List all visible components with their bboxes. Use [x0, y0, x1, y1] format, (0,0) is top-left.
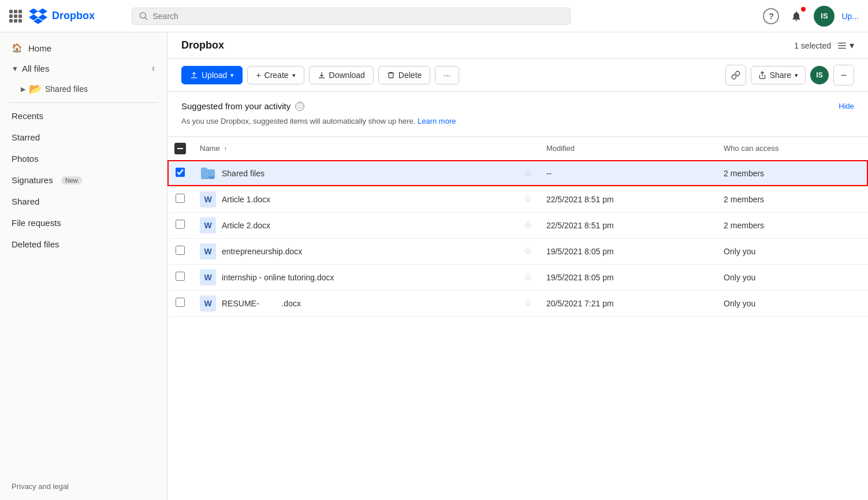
learn-more-link[interactable]: Learn more	[418, 117, 456, 125]
sidebar-item-deleted-files[interactable]: Deleted files	[0, 234, 167, 255]
name-header-label: Name	[200, 144, 220, 153]
info-icon[interactable]: ⓘ	[295, 102, 304, 111]
row-checkbox[interactable]	[176, 220, 185, 229]
search-bar[interactable]	[132, 8, 571, 25]
svg-line-1	[145, 17, 147, 19]
table-row[interactable]: W Article 1.docx ☆ 22/5/2021 8:51 pm 2 m…	[167, 186, 868, 212]
docx-file-icon: W	[200, 217, 216, 234]
toolbar-right: Share ▾ IS −	[725, 65, 854, 86]
hide-button[interactable]: Hide	[839, 102, 854, 110]
suggested-description: As you use Dropbox, suggested items will…	[181, 116, 854, 127]
star-button[interactable]: ☆	[524, 168, 532, 179]
sidebar-item-shared-files[interactable]: ▶ 📂 Shared files	[0, 78, 167, 100]
docx-file-icon: W	[200, 191, 216, 208]
select-all-checkbox[interactable]	[174, 143, 186, 154]
row-star-cell[interactable]: ☆	[516, 290, 539, 316]
row-star-cell[interactable]: ☆	[516, 212, 539, 238]
trash-icon	[387, 71, 395, 79]
sidebar-item-photos[interactable]: Photos	[0, 148, 167, 169]
row-name-cell: W RESUME- .docx	[193, 290, 516, 316]
sidebar-item-home[interactable]: 🏠 Home	[0, 37, 167, 59]
create-button[interactable]: + Create ▾	[247, 66, 304, 84]
row-checkbox-cell[interactable]	[167, 290, 193, 316]
row-checkbox-cell[interactable]	[167, 160, 193, 186]
search-input[interactable]	[152, 12, 563, 21]
row-checkbox-cell[interactable]	[167, 212, 193, 238]
row-star-cell[interactable]: ☆	[516, 264, 539, 290]
link-button[interactable]	[725, 65, 746, 86]
minus-button[interactable]: −	[833, 65, 854, 86]
star-button[interactable]: ☆	[524, 220, 532, 231]
sidebar-item-recents[interactable]: Recents	[0, 105, 167, 127]
modified-column-header[interactable]: Modified	[539, 137, 717, 161]
row-checkbox-cell[interactable]	[167, 264, 193, 290]
notifications-button[interactable]	[786, 6, 807, 27]
download-button[interactable]: Download	[309, 66, 374, 84]
top-header: Dropbox ? IS Up...	[0, 0, 868, 32]
share-icon	[758, 71, 766, 79]
row-name-cell: W entrepreneurship.docx	[193, 238, 516, 264]
more-button[interactable]: ···	[435, 66, 459, 84]
folder-shared-icon	[200, 165, 216, 182]
star-button[interactable]: ☆	[524, 272, 532, 283]
row-checkbox[interactable]	[176, 194, 185, 203]
row-checkbox[interactable]	[176, 246, 185, 255]
svg-point-8	[211, 173, 214, 176]
row-star-cell[interactable]: ☆	[516, 238, 539, 264]
plus-icon: +	[256, 71, 260, 80]
star-button[interactable]: ☆	[524, 298, 532, 309]
star-button[interactable]: ☆	[524, 246, 532, 257]
suggested-title: Suggested from your activity	[181, 101, 290, 111]
row-modified: 19/5/2021 8:05 pm	[539, 238, 717, 264]
row-name: internship - online tutoring.docx	[222, 273, 334, 282]
sidebar-signatures-label: Signatures	[12, 175, 53, 185]
create-caret-icon: ▾	[292, 72, 296, 79]
sidebar-item-signatures[interactable]: Signatures New	[0, 169, 167, 191]
row-checkbox[interactable]	[176, 168, 185, 177]
table-row[interactable]: W entrepreneurship.docx ☆ 19/5/2021 8:05…	[167, 238, 868, 264]
row-access: 2 members	[717, 186, 868, 212]
select-all-header[interactable]	[167, 137, 193, 161]
files-table: Name ↑ Modified Who can access	[167, 137, 868, 317]
share-button[interactable]: Share ▾	[751, 66, 806, 84]
row-checkbox[interactable]	[176, 272, 185, 281]
chevron-down-icon: ▾	[850, 40, 854, 51]
toolbar: Upload ▾ + Create ▾ Download Delete	[167, 59, 868, 92]
apps-grid-icon[interactable]	[9, 10, 22, 23]
table-row[interactable]: Shared files ☆ -- 2 members	[167, 160, 868, 186]
sidebar-item-all-files[interactable]: ▼ All files	[0, 59, 167, 78]
view-list-toggle[interactable]: ▾	[837, 40, 854, 51]
sidebar-bottom-link[interactable]: Privacy and legal	[0, 473, 167, 500]
sidebar-item-starred[interactable]: Starred	[0, 127, 167, 148]
help-button[interactable]: ?	[763, 8, 779, 24]
star-button[interactable]: ☆	[524, 194, 532, 205]
delete-button[interactable]: Delete	[378, 66, 430, 84]
row-checkbox-cell[interactable]	[167, 238, 193, 264]
sidebar-item-home-label: Home	[28, 43, 51, 53]
suggested-header: Suggested from your activity ⓘ Hide	[181, 101, 854, 111]
search-icon	[139, 12, 148, 21]
row-modified: 22/5/2021 8:51 pm	[539, 186, 717, 212]
sidebar-item-shared[interactable]: Shared	[0, 191, 167, 212]
row-checkbox-cell[interactable]	[167, 186, 193, 212]
sidebar-item-file-requests[interactable]: File requests	[0, 212, 167, 234]
upgrade-button[interactable]: Up...	[841, 12, 859, 21]
table-row[interactable]: W Article 2.docx ☆ 22/5/2021 8:51 pm 2 m…	[167, 212, 868, 238]
access-column-header[interactable]: Who can access	[717, 137, 868, 161]
row-name-cell: W internship - online tutoring.docx	[193, 264, 516, 290]
delete-label: Delete	[398, 71, 422, 80]
row-modified: 22/5/2021 8:51 pm	[539, 212, 717, 238]
docx-file-icon: W	[200, 243, 216, 260]
table-row[interactable]: W internship - online tutoring.docx ☆ 19…	[167, 264, 868, 290]
upload-button[interactable]: Upload ▾	[181, 66, 243, 84]
table-row[interactable]: W RESUME- .docx ☆ 20/5/2021 7:21 pm Only…	[167, 290, 868, 316]
row-name: entrepreneurship.docx	[222, 247, 302, 256]
row-modified: 20/5/2021 7:21 pm	[539, 290, 717, 316]
list-view-icon	[837, 40, 847, 51]
name-column-header[interactable]: Name ↑	[193, 137, 516, 161]
row-star-cell[interactable]: ☆	[516, 160, 539, 186]
row-star-cell[interactable]: ☆	[516, 186, 539, 212]
row-checkbox[interactable]	[176, 298, 185, 307]
signatures-new-badge: New	[61, 176, 82, 184]
avatar-button[interactable]: IS	[814, 6, 835, 27]
